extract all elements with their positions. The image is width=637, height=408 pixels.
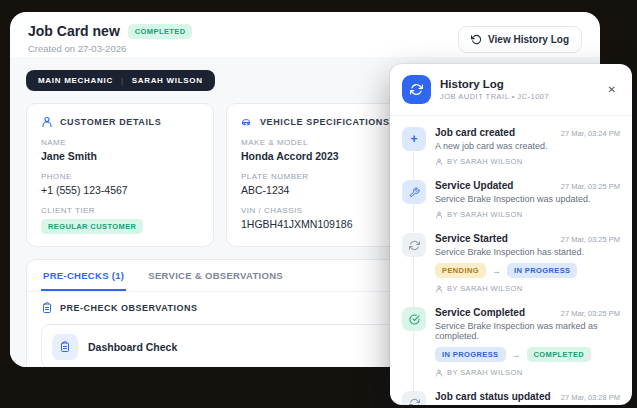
arrow-right-icon: → [512,350,521,360]
history-entry: Job card status updated 27 Mar, 03:28 PM… [402,384,620,405]
customer-details-card: CUSTOMER DETAILS NAME Jane Smith PHONE +… [26,103,214,247]
refresh-icon [402,391,426,405]
history-entry: Service Updated 27 Mar, 03:25 PM Service… [402,173,620,226]
history-sync-icon [402,75,431,104]
view-history-log-button[interactable]: View History Log [458,26,582,53]
tab-service-observations[interactable]: SERVICE & OBSERVATIONS [146,260,285,291]
user-icon [41,116,53,128]
vin-chassis-value: 1HGBH41JXMN109186 [241,218,399,230]
plate-number-value: ABC-1234 [241,184,399,196]
history-entry: Service Started 27 Mar, 03:25 PM Service… [402,226,620,300]
history-entry: + Job card created 27 Mar, 03:24 PM A ne… [402,120,620,173]
make-model-value: Honda Accord 2023 [241,150,399,162]
refresh-icon [402,233,426,257]
make-model-label: MAKE & MODEL [241,138,399,147]
close-icon[interactable]: ✕ [604,81,620,99]
name-value: Jane Smith [41,150,199,162]
history-log-title: History Log [440,78,549,90]
client-tier-label: CLIENT TIER [41,206,199,215]
plate-number-label: PLATE NUMBER [241,172,399,181]
plus-icon: + [402,127,426,151]
name-label: NAME [41,138,199,147]
car-icon [241,116,253,128]
pill-divider: | [121,76,124,85]
history-log-panel: History Log JOB AUDIT TRAIL • JC-1007 ✕ … [390,64,632,405]
history-entry: Service Completed 27 Mar, 03:25 PM Servi… [402,300,620,384]
history-log-header: History Log JOB AUDIT TRAIL • JC-1007 ✕ [390,64,632,116]
vin-chassis-label: VIN / CHASSIS [241,206,399,215]
history-entries-list[interactable]: + Job card created 27 Mar, 03:24 PM A ne… [390,116,632,405]
user-icon [435,158,443,166]
user-icon [435,285,443,293]
status-from-badge: IN PROGRESS [435,347,506,362]
status-badge: COMPLETED [128,24,193,39]
arrow-right-icon: → [492,266,501,276]
history-clock-icon [471,34,482,45]
user-icon [435,211,443,219]
tab-prechecks[interactable]: PRE-CHECKS (1) [41,260,126,291]
wrench-icon [402,180,426,204]
client-tier-badge: REGULAR CUSTOMER [41,219,143,234]
clipboard-icon [41,302,53,314]
screen: Job Card new COMPLETED Created on 27-03-… [0,0,637,408]
main-mechanic-pill: MAIN MECHANIC | SARAH WILSON [26,70,215,91]
phone-value: +1 (555) 123-4567 [41,184,199,196]
status-to-badge: COMPLETED [527,347,592,362]
history-log-subtitle: JOB AUDIT TRAIL • JC-1007 [440,92,549,101]
vehicle-specifications-card: VEHICLE SPECIFICATIONS MAKE & MODEL Hond… [226,103,414,247]
status-from-badge: PENDING [435,263,486,278]
phone-label: PHONE [41,172,199,181]
vehicle-card-title: VEHICLE SPECIFICATIONS [260,117,390,127]
check-circle-icon [402,307,426,331]
page-title: Job Card new [28,23,120,39]
user-icon [435,369,443,377]
status-to-badge: IN PROGRESS [507,263,578,278]
customer-card-title: CUSTOMER DETAILS [60,117,161,127]
clipboard-icon [52,334,78,360]
created-date: Created on 27-03-2026 [28,43,192,54]
